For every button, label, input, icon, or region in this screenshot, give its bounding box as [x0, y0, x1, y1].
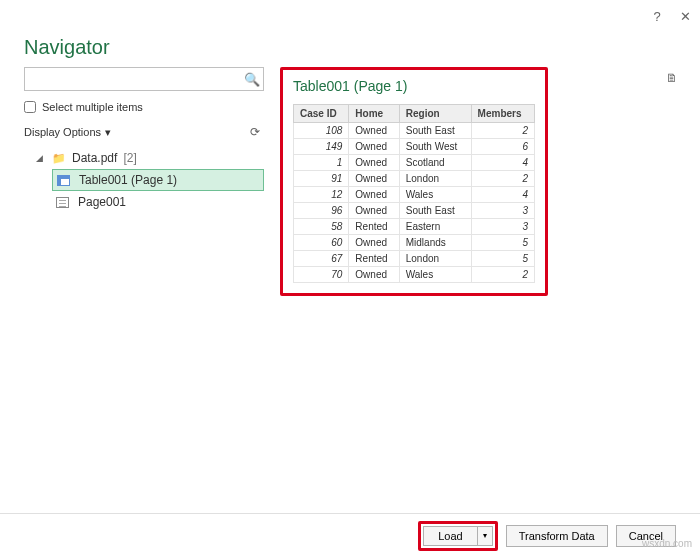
preview-highlight: Table001 (Page 1) Case IDHomeRegionMembe… — [280, 67, 548, 296]
tree-item-label: Page001 — [78, 195, 126, 209]
refresh-icon[interactable]: ⟳ — [250, 125, 260, 139]
help-icon[interactable]: ? — [650, 9, 664, 24]
table-cell: 2 — [471, 123, 534, 139]
table-cell: Rented — [349, 251, 399, 267]
tree-item[interactable]: Page001 — [52, 191, 264, 213]
tree-root-label: Data.pdf — [72, 151, 117, 165]
table-cell: 6 — [471, 139, 534, 155]
table-row[interactable]: 108OwnedSouth East2 — [294, 123, 535, 139]
cancel-button[interactable]: Cancel — [616, 525, 676, 547]
table-cell: Owned — [349, 235, 399, 251]
table-cell: 108 — [294, 123, 349, 139]
display-options-label: Display Options — [24, 126, 101, 138]
table-header-cell[interactable]: Region — [399, 105, 471, 123]
table-cell: 1 — [294, 155, 349, 171]
load-dropdown-button[interactable]: ▾ — [477, 526, 493, 546]
table-header-cell[interactable]: Home — [349, 105, 399, 123]
export-icon[interactable]: 🗎 — [666, 71, 678, 85]
table-cell: 4 — [471, 155, 534, 171]
tree-item-label: Table001 (Page 1) — [79, 173, 177, 187]
table-cell: Midlands — [399, 235, 471, 251]
preview-panel: 🗎 Table001 (Page 1) Case IDHomeRegionMem… — [264, 67, 676, 513]
select-multiple-input[interactable] — [24, 101, 36, 113]
table-cell: Owned — [349, 171, 399, 187]
close-icon[interactable]: ✕ — [678, 9, 692, 24]
table-cell: Wales — [399, 267, 471, 283]
table-row[interactable]: 91OwnedLondon2 — [294, 171, 535, 187]
table-cell: Owned — [349, 267, 399, 283]
table-cell: 149 — [294, 139, 349, 155]
search-box[interactable]: 🔍 — [24, 67, 264, 91]
transform-data-button[interactable]: Transform Data — [506, 525, 608, 547]
table-row[interactable]: 149OwnedSouth West6 — [294, 139, 535, 155]
table-cell: Owned — [349, 203, 399, 219]
preview-title: Table001 (Page 1) — [293, 78, 535, 94]
table-header-cell[interactable]: Case ID — [294, 105, 349, 123]
preview-table: Case IDHomeRegionMembers 108OwnedSouth E… — [293, 104, 535, 283]
table-row[interactable]: 1OwnedScotland4 — [294, 155, 535, 171]
chevron-down-icon: ▾ — [105, 126, 111, 139]
table-cell: 5 — [471, 251, 534, 267]
table-row[interactable]: 12OwnedWales4 — [294, 187, 535, 203]
dialog-header: Navigator — [0, 32, 700, 67]
dialog-footer: Load ▾ Transform Data Cancel — [0, 513, 700, 557]
table-cell: Rented — [349, 219, 399, 235]
table-row[interactable]: 58RentedEastern3 — [294, 219, 535, 235]
table-cell: Owned — [349, 155, 399, 171]
tree-root-count: [2] — [123, 151, 136, 165]
page-icon — [56, 197, 70, 208]
table-cell: Wales — [399, 187, 471, 203]
folder-icon: 📁 — [52, 152, 66, 165]
table-cell: London — [399, 251, 471, 267]
table-cell: 70 — [294, 267, 349, 283]
table-cell: Owned — [349, 139, 399, 155]
navigator-panel: 🔍 Select multiple items Display Options … — [24, 67, 264, 513]
table-cell: 67 — [294, 251, 349, 267]
table-cell: 2 — [471, 171, 534, 187]
table-cell: Owned — [349, 187, 399, 203]
table-cell: 5 — [471, 235, 534, 251]
table-cell: 3 — [471, 203, 534, 219]
table-cell: 58 — [294, 219, 349, 235]
select-multiple-checkbox[interactable]: Select multiple items — [24, 101, 264, 113]
table-row[interactable]: 96OwnedSouth East3 — [294, 203, 535, 219]
table-cell: South East — [399, 123, 471, 139]
table-cell: 4 — [471, 187, 534, 203]
search-input[interactable] — [25, 68, 241, 90]
table-cell: South East — [399, 203, 471, 219]
table-cell: South West — [399, 139, 471, 155]
table-cell: 91 — [294, 171, 349, 187]
table-icon — [57, 175, 71, 186]
search-icon[interactable]: 🔍 — [241, 72, 263, 87]
navigator-tree: ◢ 📁 Data.pdf [2] Table001 (Page 1)Page00… — [24, 147, 264, 213]
table-cell: 12 — [294, 187, 349, 203]
table-header-cell[interactable]: Members — [471, 105, 534, 123]
table-row[interactable]: 60OwnedMidlands5 — [294, 235, 535, 251]
tree-item[interactable]: Table001 (Page 1) — [52, 169, 264, 191]
table-row[interactable]: 70OwnedWales2 — [294, 267, 535, 283]
tree-caret-icon[interactable]: ◢ — [36, 153, 46, 163]
table-row[interactable]: 67RentedLondon5 — [294, 251, 535, 267]
table-cell: 96 — [294, 203, 349, 219]
select-multiple-label: Select multiple items — [42, 101, 143, 113]
display-options-dropdown[interactable]: Display Options ▾ — [24, 126, 111, 139]
window-titlebar: ? ✕ — [0, 0, 700, 32]
table-cell: Eastern — [399, 219, 471, 235]
table-cell: Scotland — [399, 155, 471, 171]
dialog-title: Navigator — [24, 36, 676, 59]
table-cell: Owned — [349, 123, 399, 139]
table-cell: London — [399, 171, 471, 187]
table-cell: 60 — [294, 235, 349, 251]
table-cell: 2 — [471, 267, 534, 283]
load-button[interactable]: Load — [423, 526, 476, 546]
load-button-highlight: Load ▾ — [418, 521, 497, 551]
table-cell: 3 — [471, 219, 534, 235]
tree-root-node[interactable]: ◢ 📁 Data.pdf [2] — [24, 147, 264, 169]
